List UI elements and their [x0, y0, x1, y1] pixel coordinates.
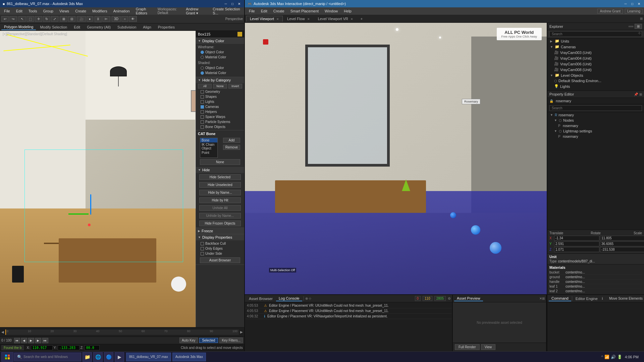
taskbar-app-media[interactable]: ▶	[115, 352, 124, 362]
key-filters-btn[interactable]: Key Filters...	[219, 338, 243, 343]
menu-create[interactable]: Create	[72, 8, 89, 14]
hide-by-name-btn[interactable]: Hide by Name...	[199, 190, 241, 195]
view-btn[interactable]: View	[481, 344, 496, 350]
taskbar-app-folders[interactable]: 📁	[83, 352, 92, 362]
helpers-check[interactable]	[201, 110, 204, 114]
add-btn[interactable]: Add	[223, 138, 240, 143]
prop-tree-rosemary-node[interactable]: P rosemary	[555, 123, 644, 128]
lights-row[interactable]: Lights	[198, 99, 242, 104]
mat-row-bucket[interactable]: bucket content/mo...	[549, 270, 642, 275]
menu-file[interactable]: File	[1, 8, 13, 14]
shapes-row[interactable]: Shapes	[198, 94, 242, 99]
x-translate-input[interactable]	[554, 236, 599, 241]
shapes-check[interactable]	[201, 95, 204, 99]
create-btn[interactable]	[629, 26, 633, 27]
tab-close-level-viewport[interactable]: ✕	[276, 17, 279, 21]
log-filter-icon[interactable]: ⊹	[309, 297, 311, 300]
explorer-search[interactable]	[549, 31, 642, 37]
ap-settings-icon[interactable]: ⊞	[542, 297, 545, 300]
move-btn[interactable]: ✛	[35, 16, 42, 22]
invert-btn[interactable]: Invert	[228, 84, 242, 88]
play-prev-btn[interactable]: ⏮	[14, 338, 20, 343]
tab-editor-engine[interactable]: Editor Engine	[573, 296, 600, 301]
ap-close-icon[interactable]: ✕	[539, 297, 542, 300]
tab-modify-selection[interactable]: Modify Selection	[37, 24, 70, 30]
z-coord-field[interactable]: 00.0	[85, 345, 100, 350]
tab-asset-preview[interactable]: Asset Preview	[454, 296, 483, 301]
x-rotate-input[interactable]	[600, 236, 644, 241]
taskbar-3dsmax-item[interactable]: 861_dolbeau_VR_07.max	[126, 353, 171, 361]
prop-tree-rosemary-root[interactable]: ▼ R rosemary	[547, 112, 644, 118]
tree-units[interactable]: ▶ 📁 Units	[547, 38, 644, 44]
shaded-object-color-row[interactable]: Object Color	[198, 65, 242, 70]
tab-close-level-viewport-vr[interactable]: ✕	[351, 17, 353, 21]
tab-level-viewport[interactable]: Level Viewport ✕	[246, 16, 283, 22]
tab-move-scene[interactable]: Move Scene Elements	[609, 297, 643, 300]
tab-asset-browser[interactable]: Asset Browser	[246, 296, 275, 301]
align-btn[interactable]: ⊨	[102, 16, 110, 22]
menu-tools[interactable]: Tools	[26, 8, 40, 14]
tab-level-viewport-vr[interactable]: Level Viewport VR ✕	[314, 16, 357, 22]
y-coord-field[interactable]: -133.283	[58, 345, 79, 350]
material-editor-btn[interactable]: ♦	[87, 16, 93, 22]
space-warps-check[interactable]	[201, 115, 204, 119]
unhide-all-btn[interactable]: Unhide All	[199, 205, 241, 211]
auto-key-btn[interactable]: Auto Key	[179, 338, 198, 343]
menu-edit[interactable]: Edit	[13, 8, 25, 14]
tab-command[interactable]: Command	[549, 296, 571, 301]
tree-vraycam008[interactable]: 🎥 VrayCam008 (Unit)	[551, 67, 644, 72]
selected-label-bottom[interactable]: Selected	[199, 338, 218, 343]
taskbar-interactive-item[interactable]: Autodesk 3ds Max	[172, 353, 206, 361]
nav-prev-icon[interactable]: ◀	[1, 330, 4, 334]
prop-tree-rosemary-lm[interactable]: P rosemary	[555, 134, 644, 139]
backface-cull-check[interactable]	[201, 242, 204, 245]
cat-bone-list[interactable]: Bone IK Chain Object Point	[200, 138, 218, 158]
r-user[interactable]: Andrew Grant	[597, 9, 623, 14]
close-btn-right[interactable]: ✕	[637, 1, 641, 6]
geometry-check[interactable]	[201, 90, 204, 94]
tree-lights[interactable]: 💡 Lights	[551, 83, 644, 89]
network-icon[interactable]: 📶	[604, 355, 609, 359]
all-btn[interactable]: All	[198, 84, 212, 88]
battery-icon[interactable]: 🔋	[617, 355, 622, 359]
r-menu-create[interactable]: Create	[271, 8, 287, 14]
cameras-check[interactable]	[201, 105, 204, 109]
panel-control-btn[interactable]: ⊞	[640, 17, 643, 20]
timeline-bar[interactable]: 0102030405060708090100	[5, 329, 239, 335]
none-btn-hbc[interactable]: None	[213, 84, 227, 88]
x-coord-field[interactable]: 110.917	[31, 345, 53, 350]
redo-btn[interactable]: ↪	[9, 16, 17, 22]
remove-btn[interactable]: Remove	[223, 145, 240, 150]
cameras-row[interactable]: Cameras	[198, 104, 242, 109]
select-region-btn[interactable]: ⬚	[26, 16, 34, 22]
wireframe-material-color-row[interactable]: Material Color	[198, 55, 242, 60]
tab-edit[interactable]: Edit	[71, 24, 83, 30]
taskbar-app-ie[interactable]: 🌐	[93, 352, 103, 362]
snap-btn[interactable]: ⊞	[60, 16, 67, 22]
hide-by-hit-btn[interactable]: Hide by Hit	[199, 197, 241, 203]
point-item[interactable]: Point	[200, 150, 217, 155]
maximize-btn-left[interactable]: □	[230, 1, 235, 6]
r-menu-smart-placement[interactable]: Smart Placement	[288, 8, 321, 14]
wireframe-object-radio[interactable]	[201, 51, 204, 54]
tab-subdivision[interactable]: Subdivision	[115, 24, 139, 30]
close-btn-left[interactable]: ✕	[237, 1, 241, 6]
toggle-wireframe-btn[interactable]: ○	[121, 16, 128, 22]
minimize-btn-right[interactable]: ─	[623, 1, 628, 6]
r-menu-help[interactable]: Help	[341, 8, 354, 14]
log-settings-icon[interactable]: ⚙	[448, 297, 451, 300]
start-btn[interactable]	[1, 352, 13, 362]
tab-align[interactable]: Align	[140, 24, 154, 30]
wireframe-material-radio[interactable]	[201, 56, 204, 59]
display-properties-header[interactable]: ▼ Display Properties	[196, 234, 244, 240]
menu-modifiers[interactable]: Modifiers	[90, 8, 110, 14]
shaded-material-color-row[interactable]: Material Color	[198, 70, 242, 75]
rotate-btn[interactable]: ↻	[43, 16, 50, 22]
geometry-row[interactable]: Geometry	[198, 89, 242, 94]
menu-animation[interactable]: Animation	[111, 8, 132, 14]
asset-browser-btn[interactable]: Asset Browser	[200, 257, 240, 263]
particle-systems-check[interactable]	[201, 120, 204, 124]
hide-selected-btn[interactable]: Hide Selected	[199, 174, 241, 180]
mat-row-leaf2[interactable]: leaf 2 content/mo...	[549, 289, 642, 293]
menu-graph-editors[interactable]: Graph Editors	[133, 6, 157, 16]
